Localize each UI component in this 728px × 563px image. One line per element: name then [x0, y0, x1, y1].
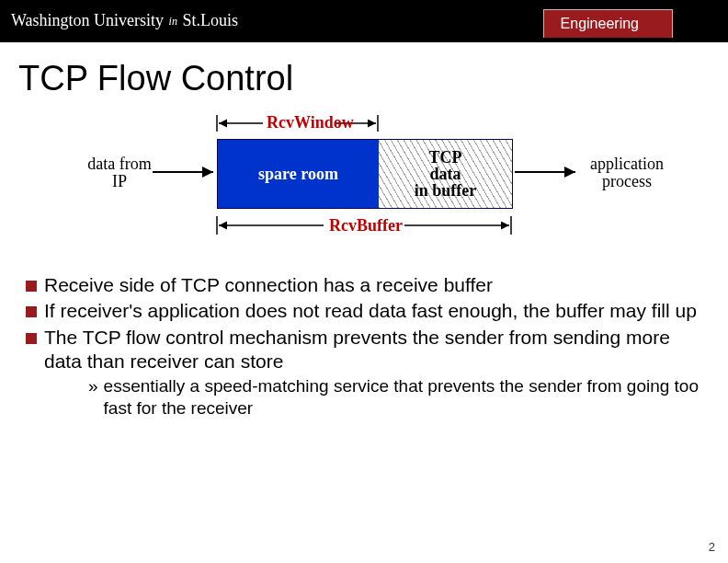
- header-underline: [0, 42, 728, 46]
- body-text: Receive side of TCP connection has a rec…: [26, 273, 702, 419]
- rcv-window-label: RcvWindow: [267, 114, 354, 132]
- receive-buffer-box: spare room TCPdatain buffer: [217, 139, 513, 209]
- tcp-data-region: TCPdatain buffer: [379, 140, 512, 208]
- bullet-2-text: If receiver's application does not read …: [44, 299, 697, 323]
- bullet-3: The TCP flow control mechanism prevents …: [26, 326, 702, 374]
- sub-bullet: » essentially a speed-matching service t…: [88, 375, 702, 419]
- buffer-diagram: |) over spare room --> RcvWindow data fr…: [51, 108, 677, 264]
- page-number: 2: [709, 540, 715, 554]
- bullet-2: If receiver's application does not read …: [26, 299, 702, 323]
- bullet-square-icon: [26, 306, 37, 317]
- rcv-buffer-label: RcvBuffer: [329, 217, 403, 235]
- bullet-1-text: Receive side of TCP connection has a rec…: [44, 273, 493, 297]
- sub-bullet-text: essentially a speed-matching service tha…: [104, 375, 702, 419]
- data-from-ip-label: data fromIP: [83, 155, 156, 190]
- bullet-1: Receive side of TCP connection has a rec…: [26, 273, 702, 297]
- bullet-square-icon: [26, 281, 37, 292]
- spare-room-label: spare room: [258, 165, 338, 184]
- university-logo: Washington University in St.Louis: [11, 11, 238, 30]
- bullet-square-icon: [26, 333, 37, 344]
- tcp-data-label: TCPdatain buffer: [415, 149, 477, 199]
- application-process-label: applicationprocess: [581, 155, 673, 190]
- slide-title: TCP Flow Control: [18, 59, 728, 98]
- guillemet-icon: »: [88, 375, 98, 419]
- engineering-tab: Engineering: [543, 9, 673, 38]
- spare-room-region: spare room: [218, 140, 379, 208]
- bullet-3-text: The TCP flow control mechanism prevents …: [44, 326, 702, 374]
- header-bar: Washington University in St.Louis Engine…: [0, 0, 728, 44]
